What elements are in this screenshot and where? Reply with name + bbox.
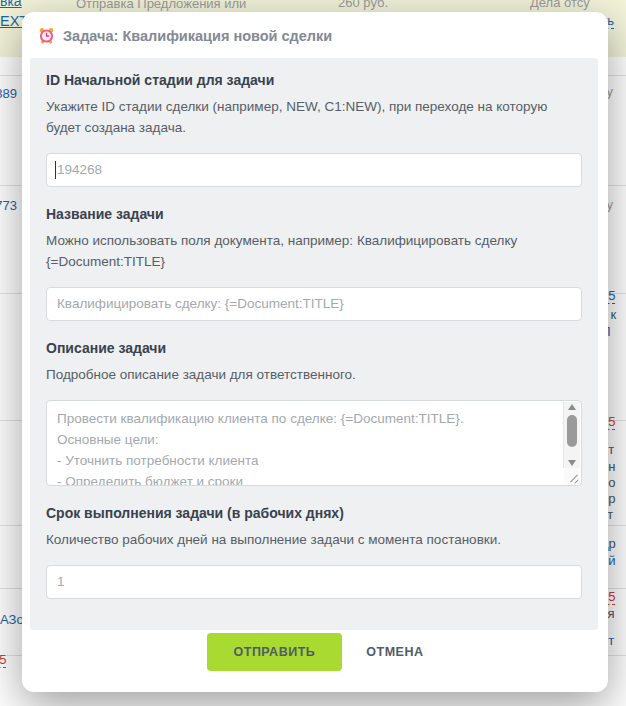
task-dialog: Задача: Квалификация новой сделки ID Нач… xyxy=(22,12,608,692)
background-text-fragment[interactable]: 0773 xyxy=(0,198,17,213)
cancel-button[interactable]: ОТМЕНА xyxy=(366,645,423,659)
task-name-input[interactable] xyxy=(46,287,582,321)
stage-id-input[interactable] xyxy=(46,153,582,187)
dialog-header: Задача: Квалификация новой сделки xyxy=(22,12,608,55)
textarea-line: - Определить бюджет и сроки xyxy=(57,471,553,485)
background-text-fragment[interactable]: 3889 xyxy=(0,86,17,101)
textarea-line: - Уточнить потребности клиента xyxy=(57,450,553,471)
field-help-task-name: Можно использовать поля документа, напри… xyxy=(46,231,582,273)
submit-button[interactable]: ОТПРАВИТЬ xyxy=(207,633,343,671)
background-text-price: 260 руб. xyxy=(338,0,388,10)
task-description-textarea[interactable]: Провести квалификацию клиента по сделке:… xyxy=(46,400,582,486)
field-help-task-description: Подробное описание задачи для ответствен… xyxy=(46,365,582,386)
scroll-up-icon[interactable] xyxy=(568,404,576,410)
background-text-right: Дела отсу xyxy=(530,0,590,10)
textarea-line: Провести квалификацию клиента по сделке:… xyxy=(57,408,553,429)
resize-grip-icon[interactable] xyxy=(564,468,580,484)
field-label-deadline: Срок выполнения задачи (в рабочих днях) xyxy=(46,505,582,521)
dialog-form-panel: ID Начальной стадии для задачи Укажите I… xyxy=(30,58,598,630)
textarea-line: Основные цели: xyxy=(57,429,553,450)
alarm-clock-icon xyxy=(38,27,55,44)
background-text-fragment[interactable]: АЗо xyxy=(0,612,24,627)
text-caret xyxy=(55,161,56,179)
field-label-stage-id: ID Начальной стадии для задачи xyxy=(46,72,582,88)
background-text-center: Отправка Предложения или xyxy=(76,0,246,11)
field-label-task-description: Описание задачи xyxy=(46,340,582,356)
background-link-clipped[interactable]: вка xyxy=(0,0,22,9)
dialog-title: Задача: Квалификация новой сделки xyxy=(63,28,332,44)
dialog-buttons: ОТПРАВИТЬ ОТМЕНА xyxy=(22,633,608,671)
background-text-fragment[interactable]: 25 xyxy=(0,652,6,668)
scroll-down-icon[interactable] xyxy=(568,460,576,466)
field-label-task-name: Название задачи xyxy=(46,206,582,222)
scrollbar-thumb[interactable] xyxy=(567,415,577,447)
textarea-placeholder-text: Провести квалификацию клиента по сделке:… xyxy=(47,401,563,485)
textarea-scrollbar[interactable] xyxy=(563,402,580,468)
field-help-stage-id: Укажите ID стадии сделки (например, NEW,… xyxy=(46,97,582,139)
field-help-deadline: Количество рабочих дней на выполнение за… xyxy=(46,530,582,551)
deadline-input[interactable] xyxy=(46,565,582,599)
